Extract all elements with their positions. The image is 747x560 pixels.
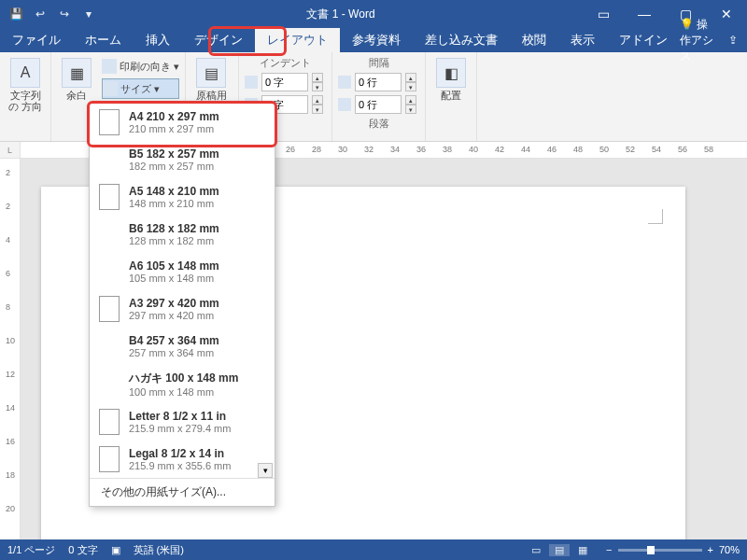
indent-left[interactable]: ▴▾ [245,72,326,92]
title-bar: 💾 ↩ ↪ ▾ 文書 1 - Word ▭ — ▢ ✕ [0,0,747,28]
ruler-tick: 32 [364,145,374,154]
zoom-in-icon[interactable]: + [708,544,713,555]
view-read-icon[interactable]: ▭ [526,544,546,556]
size-icon [103,81,118,96]
qat-more-icon[interactable]: ▾ [78,4,99,24]
spacing-before[interactable]: ▴▾ [338,72,419,92]
arrange-button[interactable]: ◧ 配置 [431,56,471,139]
margins-icon: ▦ [62,58,92,88]
tab-review[interactable]: 校閲 [510,28,558,52]
spacing-after-icon [338,98,351,111]
ruler-tick: 58 [704,145,713,154]
tab-home[interactable]: ホーム [73,28,134,52]
ruler-tick: 14 [6,403,15,413]
status-proofing-icon[interactable]: ▣ [111,544,120,556]
indent-left-input[interactable] [261,73,308,91]
undo-icon[interactable]: ↩ [30,4,50,24]
size-option[interactable]: A3 297 x 420 mm297 mm x 420 mm [90,290,275,328]
orientation-button[interactable]: 印刷の向き ▾ [102,56,179,77]
status-page[interactable]: 1/1 ページ [7,543,55,557]
size-button[interactable]: サイズ ▾ [102,78,179,99]
size-option[interactable]: B6 128 x 182 mm128 mm x 182 mm [90,216,275,253]
ruler-tick: 44 [521,145,530,154]
more-paper-sizes[interactable]: その他の用紙サイズ(A)... [90,478,275,506]
tab-insert[interactable]: 挿入 [134,28,182,52]
ribbon-tabs: ファイル ホーム 挿入 デザイン レイアウト 参考資料 差し込み文書 校閲 表示… [0,28,747,52]
size-option[interactable]: A5 148 x 210 mm148 mm x 210 mm [90,178,275,216]
redo-icon[interactable]: ↪ [54,4,75,24]
page-thumb-icon [99,259,120,285]
size-sub: 210 mm x 297 mm [129,123,219,134]
size-title: A4 210 x 297 mm [129,110,219,123]
spacing-after-input[interactable] [355,95,402,114]
save-icon[interactable]: 💾 [6,4,26,24]
size-sub: 257 mm x 364 mm [129,347,219,358]
zoom-out-icon[interactable]: − [606,544,612,555]
ruler-tick: 6 [6,269,10,278]
share-icon[interactable]: ⇪ [728,34,738,47]
page-thumb-icon [99,221,120,247]
ruler-tick: 50 [599,145,609,154]
size-title: ハガキ 100 x 148 mm [129,371,238,386]
size-sub: 100 mm x 148 mm [129,386,238,398]
size-sub: 215.9 mm x 355.6 mm [129,460,231,471]
size-title: B6 128 x 182 mm [129,222,219,235]
size-option[interactable]: B4 257 x 364 mm257 mm x 364 mm [90,328,275,365]
size-option[interactable]: ハガキ 100 x 148 mm100 mm x 148 mm [90,365,275,403]
size-option[interactable]: A4 210 x 297 mm210 mm x 297 mm [90,104,275,141]
spacing-after[interactable]: ▴▾ [338,94,419,115]
dropdown-scroll-down-icon[interactable]: ▾ [258,463,273,478]
spacing-before-input[interactable] [355,73,402,91]
size-title: B4 257 x 364 mm [129,334,219,347]
status-bar: 1/1 ページ 0 文字 ▣ 英語 (米国) ▭ ▤ ▦ − + 70% [0,539,747,560]
tab-layout[interactable]: レイアウト [255,28,340,52]
minimize-icon[interactable]: — [624,0,665,28]
zoom-level[interactable]: 70% [719,544,740,555]
text-direction-icon: A [10,58,40,88]
ruler-tick: 46 [547,145,557,154]
status-language[interactable]: 英語 (米国) [134,543,184,557]
page-thumb-icon [99,409,120,435]
page-thumb-icon [99,109,120,135]
zoom-slider[interactable] [618,549,702,552]
tab-references[interactable]: 参考資料 [340,28,413,52]
view-web-icon[interactable]: ▦ [572,544,593,556]
ruler-tick: 38 [443,145,452,154]
status-words[interactable]: 0 文字 [68,543,97,557]
ruler-vertical[interactable]: 22468101214161820 [0,159,21,539]
tab-mailings[interactable]: 差し込み文書 [413,28,510,52]
spacing-before-icon [338,76,351,89]
tab-file[interactable]: ファイル [0,28,73,52]
tab-addins[interactable]: アドイン [607,28,680,52]
size-option[interactable]: Letter 8 1/2 x 11 in215.9 mm x 279.4 mm [90,403,275,441]
tab-view[interactable]: 表示 [558,28,607,52]
size-option[interactable]: A6 105 x 148 mm105 mm x 148 mm [90,253,275,290]
page-thumb-icon [99,371,120,398]
ruler-tick: 10 [6,336,15,345]
ribbon-display-icon[interactable]: ▭ [583,0,624,28]
zoom-control[interactable]: − + 70% [606,544,740,555]
ruler-tick: 12 [6,370,15,379]
size-option[interactable]: B5 182 x 257 mm182 mm x 257 mm [90,141,275,178]
size-title: A3 297 x 420 mm [129,297,219,310]
ruler-tick: 18 [6,470,15,480]
orientation-icon [102,59,117,74]
tab-design[interactable]: デザイン [182,28,255,52]
view-print-icon[interactable]: ▤ [549,544,570,556]
ruler-tick: 52 [626,145,635,154]
tell-me[interactable]: 💡 操作アシス [680,17,719,64]
ruler-tick: 42 [495,145,504,154]
ruler-tick: 2 [6,202,10,211]
ruler-tick: 4 [6,235,10,245]
ruler-tick: 56 [678,145,687,154]
ruler-tick: 26 [286,145,295,154]
size-sub: 215.9 mm x 279.4 mm [129,423,231,434]
size-title: A6 105 x 148 mm [129,259,219,273]
size-option[interactable]: Legal 8 1/2 x 14 in215.9 mm x 355.6 mm [90,441,275,478]
page-thumb-icon [99,333,120,359]
margin-mark [648,209,663,224]
text-direction-button[interactable]: A 文字列の 方向 [6,56,45,139]
ruler-tick: 36 [416,145,426,154]
size-title: Letter 8 1/2 x 11 in [129,410,231,423]
arrange-icon: ◧ [436,58,466,88]
